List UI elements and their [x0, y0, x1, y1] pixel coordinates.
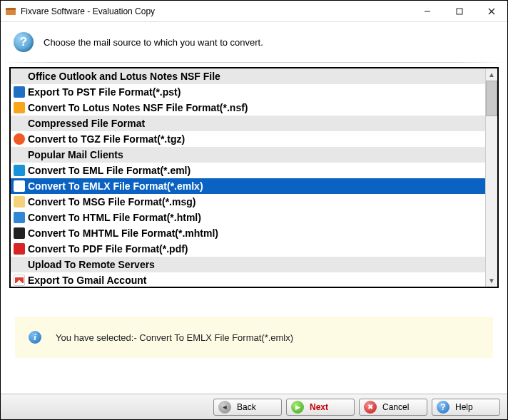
- list-item-label: Convert To Lotus Notes NSF File Format(*…: [28, 102, 248, 113]
- html-icon: [14, 212, 25, 223]
- list-item-label: Convert to TGZ File Format(*.tgz): [28, 133, 185, 145]
- list-item-label: Convert To PDF File Format(*.pdf): [28, 243, 188, 255]
- help-button[interactable]: Help: [432, 399, 500, 416]
- scroll-down-arrow-icon[interactable]: ▼: [486, 275, 497, 287]
- back-label: Back: [237, 402, 277, 412]
- svg-rect-1: [6, 8, 16, 10]
- list-item[interactable]: Convert To EML File Format(*.eml): [11, 163, 485, 178]
- list-item-label: Convert To EMLX File Format(*.emlx): [28, 180, 203, 192]
- selection-info-text: You have selected:- Convert To EMLX File…: [56, 332, 293, 343]
- question-icon: ?: [14, 32, 34, 52]
- mhtml-icon: [14, 227, 25, 239]
- close-button[interactable]: [475, 1, 507, 21]
- list-item[interactable]: Convert To Lotus Notes NSF File Format(*…: [11, 100, 485, 116]
- list-item[interactable]: Convert to TGZ File Format(*.tgz): [11, 131, 485, 147]
- scroll-track[interactable]: [486, 116, 497, 275]
- list-group-header: Compressed File Format: [11, 116, 485, 131]
- list-group-header: Popular Mail Clients: [11, 147, 485, 163]
- blank-icon: [14, 149, 25, 160]
- back-arrow-icon: [218, 401, 231, 414]
- list-item-label: Convert To HTML File Format(*.html): [28, 212, 201, 223]
- cancel-button[interactable]: Cancel: [359, 399, 427, 416]
- app-window: Fixvare Software - Evaluation Copy ? Cho…: [0, 0, 508, 420]
- outlook-icon: [14, 86, 25, 98]
- scroll-thumb[interactable]: [486, 81, 497, 116]
- blank-icon: [14, 71, 25, 82]
- button-bar: Back Next Cancel Help: [1, 394, 507, 419]
- info-icon: i: [29, 331, 41, 344]
- titlebar: Fixvare Software - Evaluation Copy: [1, 1, 507, 22]
- help-icon: [437, 401, 449, 414]
- list-item[interactable]: Export To PST File Format(*.pst): [11, 84, 485, 100]
- list-group-header: Upload To Remote Servers: [11, 257, 485, 272]
- list-item[interactable]: Convert To EMLX File Format(*.emlx): [11, 178, 485, 194]
- minimize-button[interactable]: [411, 1, 443, 21]
- scroll-up-arrow-icon[interactable]: ▲: [486, 68, 497, 81]
- scrollbar[interactable]: ▲ ▼: [485, 68, 497, 287]
- next-arrow-icon: [291, 401, 304, 414]
- instruction-row: ? Choose the mail source to which you wa…: [1, 22, 507, 62]
- pdf-icon: [14, 243, 25, 255]
- lotus-icon: [14, 102, 25, 113]
- next-button[interactable]: Next: [286, 399, 355, 416]
- tgz-icon: [14, 133, 25, 145]
- divider: [4, 62, 504, 63]
- maximize-button[interactable]: [443, 1, 475, 21]
- cancel-icon: [364, 401, 377, 414]
- list-item-label: Convert To MSG File Format(*.msg): [28, 196, 195, 208]
- instruction-text: Choose the mail source to which you want…: [44, 37, 263, 48]
- list-item[interactable]: Convert To MHTML File Format(*.mhtml): [11, 225, 485, 241]
- list-item-label: Office Outlook and Lotus Notes NSF File: [28, 71, 220, 82]
- help-label: Help: [455, 402, 495, 412]
- selection-info-bar: i You have selected:- Convert To EMLX Fi…: [15, 317, 493, 358]
- gmail-icon: [14, 275, 25, 286]
- emlx-icon: [14, 180, 25, 192]
- cancel-label: Cancel: [382, 402, 422, 412]
- next-label: Next: [310, 402, 350, 412]
- list-item-label: Popular Mail Clients: [28, 149, 123, 160]
- list-item-label: Compressed File Format: [28, 118, 145, 129]
- format-list-body[interactable]: Office Outlook and Lotus Notes NSF FileE…: [11, 68, 485, 287]
- spacer: [1, 358, 507, 394]
- blank-icon: [14, 259, 25, 270]
- list-item[interactable]: Convert To HTML File Format(*.html): [11, 210, 485, 225]
- list-item-label: Export To Gmail Account: [28, 275, 146, 286]
- format-list: Office Outlook and Lotus Notes NSF FileE…: [9, 67, 499, 288]
- list-item-label: Convert To EML File Format(*.eml): [28, 165, 190, 176]
- svg-rect-3: [457, 9, 462, 14]
- msg-icon: [14, 196, 25, 208]
- window-title: Fixvare Software - Evaluation Copy: [21, 6, 411, 16]
- list-item[interactable]: Export To Gmail Account: [11, 272, 485, 287]
- list-item-label: Convert To MHTML File Format(*.mhtml): [28, 227, 218, 239]
- app-icon: [5, 6, 16, 17]
- list-item[interactable]: Convert To PDF File Format(*.pdf): [11, 241, 485, 257]
- back-button[interactable]: Back: [213, 399, 282, 416]
- list-item-label: Export To PST File Format(*.pst): [28, 86, 181, 98]
- blank-icon: [14, 118, 25, 129]
- list-item-label: Upload To Remote Servers: [28, 259, 155, 270]
- eml-icon: [14, 165, 25, 176]
- list-item[interactable]: Convert To MSG File Format(*.msg): [11, 194, 485, 210]
- list-group-header: Office Outlook and Lotus Notes NSF File: [11, 68, 485, 84]
